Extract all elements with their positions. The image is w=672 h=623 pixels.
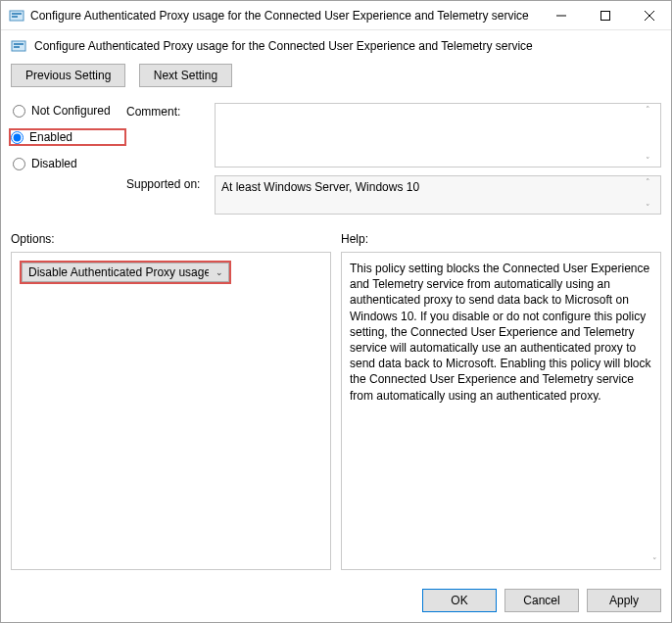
radio-label: Not Configured [31,104,111,118]
svg-rect-9 [14,46,20,48]
fields-col: Comment: ˄˅ Supported on: At least Windo… [126,103,661,222]
cancel-button[interactable]: Cancel [504,589,579,612]
policy-icon [9,8,24,24]
help-column: Help: This policy setting blocks the Con… [341,232,661,570]
radio-disabled[interactable]: Disabled [11,156,126,171]
radio-disabled-input[interactable] [13,158,25,170]
previous-setting-button[interactable]: Previous Setting [11,64,125,87]
comment-wrap: ˄˅ [215,103,661,168]
radio-label: Enabled [29,130,72,144]
svg-rect-1 [12,13,22,15]
comment-row: Comment: ˄˅ [126,103,661,168]
radio-label: Disabled [31,157,77,170]
options-label: Options: [11,232,331,246]
window-title: Configure Authenticated Proxy usage for … [30,9,539,23]
window-controls [539,1,671,29]
radio-enabled-input[interactable] [11,131,24,144]
chevron-down-icon: ˅ [652,556,657,566]
policy-icon [11,38,26,54]
apply-button[interactable]: Apply [587,589,661,612]
minimize-icon [556,11,566,21]
comment-field[interactable] [215,103,661,168]
svg-rect-2 [12,16,18,18]
close-icon [645,11,654,21]
help-panel: This policy setting blocks the Connected… [341,252,661,570]
supported-label: Supported on: [126,175,215,215]
options-panel: Disable Authenticated Proxy usage ⌄ [11,252,331,570]
footer: OK Cancel Apply [1,578,671,622]
help-label: Help: [341,232,661,246]
maximize-icon [600,11,610,21]
dropdown-highlight: Disable Authenticated Proxy usage ⌄ [20,261,231,284]
next-setting-button[interactable]: Next Setting [139,64,232,87]
config-row: Not Configured Enabled Disabled Comment:… [1,95,671,226]
supported-wrap: At least Windows Server, Windows 10 ˄˅ [215,175,661,215]
radio-enabled[interactable]: Enabled [9,128,126,146]
state-radios: Not Configured Enabled Disabled [11,103,126,222]
radio-not-configured[interactable]: Not Configured [11,103,126,119]
subheader-title: Configure Authenticated Proxy usage for … [34,39,533,53]
svg-rect-4 [600,11,609,20]
ok-button[interactable]: OK [422,589,497,612]
minimize-button[interactable] [539,1,583,29]
lower-panels: Options: Disable Authenticated Proxy usa… [1,226,671,578]
supported-row: Supported on: At least Windows Server, W… [126,175,661,215]
options-column: Options: Disable Authenticated Proxy usa… [11,232,331,570]
titlebar: Configure Authenticated Proxy usage for … [1,1,671,30]
comment-label: Comment: [126,103,215,168]
supported-field: At least Windows Server, Windows 10 [215,175,661,215]
svg-rect-8 [14,43,24,45]
close-button[interactable] [627,1,671,29]
policy-editor-window: Configure Authenticated Proxy usage for … [0,0,672,623]
help-text: This policy setting blocks the Connected… [350,261,652,404]
nav-row: Previous Setting Next Setting [1,60,671,95]
maximize-button[interactable] [583,1,627,29]
subheader: Configure Authenticated Proxy usage for … [1,30,671,60]
proxy-usage-dropdown[interactable]: Disable Authenticated Proxy usage [22,263,229,282]
radio-not-configured-input[interactable] [13,105,25,118]
